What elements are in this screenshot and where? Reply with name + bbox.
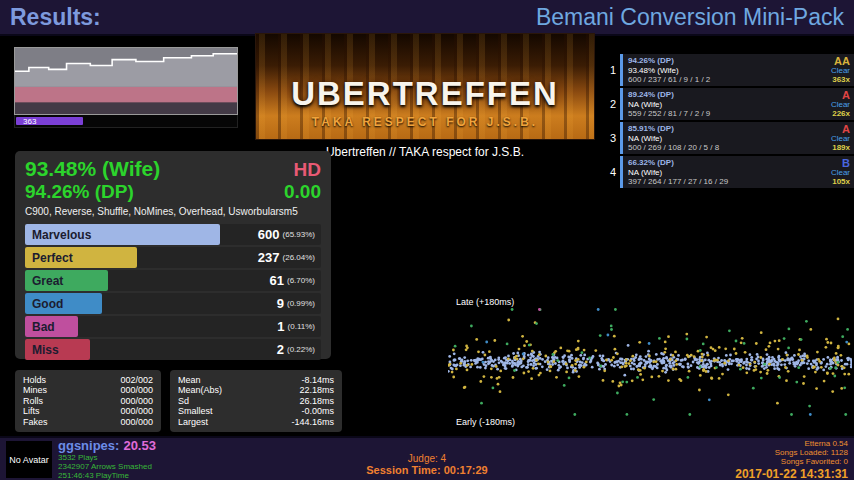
offset-dot (636, 376, 639, 379)
offset-stat-row-value: -144.16ms (291, 417, 334, 427)
offset-dot (701, 353, 704, 356)
offset-dot (780, 363, 783, 366)
offset-dot (687, 376, 690, 379)
offset-dot (649, 360, 652, 363)
offset-dot (806, 354, 809, 357)
offset-dot (597, 364, 600, 367)
offset-dot (813, 361, 816, 364)
version-label: Etterna 0.54 (735, 439, 848, 448)
offset-dot (489, 357, 492, 360)
offset-dot (776, 367, 779, 370)
leaderboard-dp-percent: 85.91% (DP) (628, 124, 810, 133)
offset-dot (836, 361, 839, 364)
leaderboard-entry[interactable]: 94.26% (DP)93.48% (Wife)600 / 237 / 61 /… (620, 54, 854, 86)
offset-dot (797, 366, 800, 369)
judgment-bar: Good (25, 293, 102, 314)
hold-count-row: Mines000/000 (23, 385, 153, 395)
offset-dot (793, 354, 796, 357)
offset-dot (562, 356, 565, 359)
offset-dot (523, 372, 526, 375)
offset-dot (773, 364, 776, 367)
offset-dot (527, 363, 530, 366)
offset-dot (740, 341, 743, 344)
offset-stat-row-label: Mean (178, 375, 201, 385)
dp-percent: 94.26% (DP) (25, 181, 134, 203)
judgment-bar: Great (25, 270, 108, 291)
leaderboard-entry[interactable]: 66.32% (DP)NA (Wife)397 / 264 / 177 / 27… (620, 156, 854, 188)
offset-dot (450, 367, 453, 370)
offset-dot (482, 361, 485, 364)
offset-dot (633, 363, 636, 366)
offset-dot (613, 365, 616, 368)
offset-dot (669, 358, 672, 361)
offset-dot (818, 360, 821, 363)
offset-dot (497, 383, 500, 386)
offset-dot (621, 380, 624, 383)
offset-dot (837, 364, 840, 367)
offset-dot (625, 358, 628, 361)
offset-dot (615, 360, 618, 363)
offset-dot (636, 365, 639, 368)
arrows-smashed: 2342907 Arrows Smashed (58, 462, 156, 471)
offset-dot (479, 358, 482, 361)
offset-dot (831, 390, 834, 393)
secondary-value: 0.00 (284, 181, 321, 203)
offset-dot (720, 359, 723, 362)
offset-dot (484, 354, 487, 357)
offset-dot (699, 374, 702, 377)
plays-count: 3532 Plays (58, 453, 156, 462)
offset-dot (504, 361, 507, 364)
offset-dot (688, 370, 691, 373)
judgment-count-value: 9 (277, 296, 284, 311)
offset-dot (662, 357, 665, 360)
version-block: Etterna 0.54 Songs Loaded: 1128 Songs Fa… (735, 439, 848, 480)
offset-dot (786, 354, 789, 357)
offset-dot (776, 361, 779, 364)
offset-dot (743, 342, 746, 345)
offset-dot (806, 362, 809, 365)
offset-dot (479, 366, 482, 369)
offset-dot (613, 335, 616, 338)
leaderboard-entry-main: 94.26% (DP)93.48% (Wife)600 / 237 / 61 /… (623, 54, 810, 86)
offset-dot (633, 359, 636, 362)
offset-dot (521, 335, 524, 338)
leaderboard-entry[interactable]: 85.91% (DP)NA (Wife)500 / 269 / 108 / 20… (620, 122, 854, 154)
offset-dot (506, 343, 509, 346)
offset-dot (741, 337, 744, 340)
offset-dot (785, 351, 788, 354)
offset-dot (774, 340, 777, 343)
judgment-row: Miss2(0.22%) (25, 339, 321, 360)
offset-dot (705, 366, 708, 369)
offset-dot (727, 359, 730, 362)
leaderboard-entry[interactable]: 89.24% (DP)NA (Wife)559 / 252 / 81 / 7 /… (620, 88, 854, 120)
offset-dot (701, 356, 704, 359)
leaderboard-entry-main: 89.24% (DP)NA (Wife)559 / 252 / 81 / 7 /… (623, 88, 810, 120)
offset-dot (658, 337, 661, 340)
offset-dot (760, 331, 763, 334)
offset-dot (463, 364, 466, 367)
offset-dot (605, 359, 608, 362)
judgment-count-value: 237 (258, 250, 280, 265)
offset-dot (532, 367, 535, 370)
leaderboard-row: 289.24% (DP)NA (Wife)559 / 252 / 81 / 7 … (606, 88, 854, 120)
leaderboard-entry-right: BClear105x (810, 156, 854, 188)
offset-dot (665, 364, 668, 367)
offset-dot (787, 347, 790, 350)
offset-dot (487, 362, 490, 365)
offset-dot (551, 363, 554, 366)
offset-dot (604, 363, 607, 366)
leaderboard-dp-percent: 94.26% (DP) (628, 56, 810, 65)
offset-dot (776, 402, 779, 405)
offset-dot (667, 379, 670, 382)
judgment-percent: (0.22%) (287, 345, 315, 354)
offset-dot (648, 342, 651, 345)
offset-dot (475, 338, 478, 341)
modifiers-line: C900, Reverse, Shuffle, NoMines, Overhea… (25, 206, 321, 217)
offset-dot (710, 377, 713, 380)
offset-dot (522, 357, 525, 360)
offset-dot (575, 348, 578, 351)
offset-dot (800, 338, 803, 341)
leaderboard-combo: 226x (832, 109, 850, 118)
hold-count-row: Holds002/002 (23, 375, 153, 385)
footer-bar: No Avatar ggsnipes:20.53 3532 Plays 2342… (0, 436, 854, 480)
